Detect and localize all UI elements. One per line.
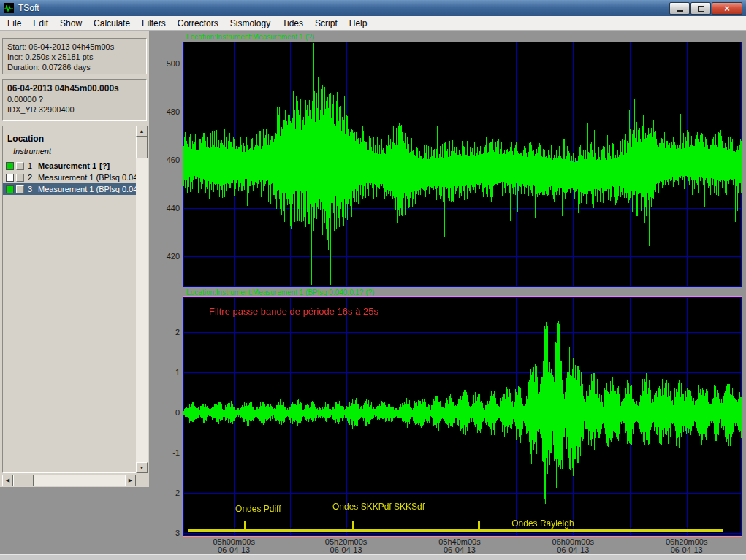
- channel-list: Location Instrument 1Measurement 1[?]2Me…: [2, 126, 148, 473]
- window-controls: ×: [669, 2, 742, 15]
- maximize-icon: [698, 6, 704, 12]
- phase-annotation: Ondes Pdiff: [235, 504, 281, 514]
- x-axis-tick-label: 05h40m00s06-04-13: [427, 538, 492, 554]
- status-strip: [0, 554, 746, 560]
- plot2-title: Location:Instrument:Measurement 1 (BPlsq…: [186, 288, 374, 296]
- menu-filters[interactable]: Filters: [136, 17, 172, 30]
- sidebar: Start: 06-04-2013 04h45m00s Incr: 0.250s…: [0, 31, 149, 487]
- y-axis-tick-label: 500: [153, 59, 180, 68]
- scroll-right-icon[interactable]: ▶: [125, 475, 136, 486]
- menu-file[interactable]: File: [1, 17, 27, 30]
- y-axis-tick-label: 440: [153, 204, 180, 212]
- menu-sismology[interactable]: Sismology: [224, 17, 276, 30]
- channel-checkbox[interactable]: [16, 162, 24, 170]
- channel-number: 2: [28, 173, 35, 182]
- channel-color-swatch[interactable]: [6, 174, 14, 182]
- channel-checkbox[interactable]: [16, 174, 24, 182]
- plot1-title: Location:Instrument:Measurement 1 (?): [186, 33, 314, 41]
- cursor-info-box: 06-04-2013 04h45m00.000s 0.00000 ? IDX_Y…: [2, 79, 147, 121]
- horizontal-scroll-track[interactable]: [34, 475, 125, 486]
- horizontal-scroll-thumb[interactable]: [13, 475, 34, 486]
- channel-row-1[interactable]: 1Measurement 1[?]: [3, 160, 136, 172]
- x-axis-tick-label: 06h20m00s06-04-13: [654, 538, 720, 554]
- vertical-scroll-thumb[interactable]: [136, 137, 148, 158]
- y-axis-tick-label: 2: [153, 328, 180, 337]
- channel-row-3[interactable]: 3Measurement 1 (BPlsq 0.040: [3, 183, 136, 195]
- menu-calculate[interactable]: Calculate: [88, 17, 136, 30]
- cursor-value: 0.00000 ?: [7, 94, 142, 104]
- series-info-box: Start: 06-04-2013 04h45m00s Incr: 0.250s…: [2, 38, 147, 74]
- instrument-label: Instrument: [13, 147, 147, 156]
- filter-annotation: Filtre passe bande de période 16s à 25s: [209, 306, 378, 317]
- channel-label: Measurement 1 (BPlsq 0.040: [38, 185, 136, 193]
- series-start: Start: 06-04-2013 04h45m00s: [7, 42, 142, 52]
- series-increment: Incr: 0.250s x 25181 pts: [7, 52, 142, 62]
- close-icon: ×: [724, 4, 730, 13]
- channel-label: Measurement 1: [38, 161, 96, 170]
- seismogram-plot-filtered-frame: Filtre passe bande de période 16s à 25s …: [183, 296, 742, 537]
- titlebar[interactable]: TSoft ×: [0, 0, 746, 16]
- menu-tides[interactable]: Tides: [276, 17, 309, 30]
- horizontal-scrollbar[interactable]: ◀ ▶: [2, 475, 136, 486]
- channel-row-2[interactable]: 2Measurement 1 (BPlsq 0.040: [3, 172, 136, 183]
- scroll-left-icon[interactable]: ◀: [2, 475, 13, 486]
- scroll-up-icon[interactable]: ▲: [136, 126, 148, 137]
- channel-color-swatch[interactable]: [6, 185, 14, 193]
- minimize-button[interactable]: [669, 2, 690, 15]
- channel-help-badge[interactable]: [?]: [99, 161, 110, 170]
- cursor-index: IDX_YR 32900400: [7, 104, 142, 115]
- y-axis-tick-label: 420: [153, 252, 180, 261]
- x-axis-tick-label: 05h20m00s06-04-13: [313, 538, 379, 554]
- maximize-button[interactable]: [690, 2, 711, 15]
- tsoft-window: TSoft × FileEditShowCalculateFiltersCorr…: [0, 0, 746, 560]
- channel-checkbox[interactable]: [16, 185, 24, 193]
- channel-number: 1: [28, 161, 35, 170]
- y-axis-tick-label: -1: [153, 448, 180, 457]
- menu-script[interactable]: Script: [309, 17, 343, 30]
- seismogram-plot-raw[interactable]: [183, 42, 742, 287]
- x-axis-tick-label: 05h00m00s06-04-13: [201, 538, 267, 554]
- y-axis-tick-label: -3: [153, 529, 180, 537]
- menu-correctors[interactable]: Correctors: [172, 17, 224, 30]
- location-group-label: Location: [7, 134, 147, 144]
- scrollbar-corner: [136, 475, 148, 486]
- minimize-icon: [677, 10, 683, 12]
- scroll-down-icon[interactable]: ▼: [136, 462, 148, 473]
- phase-annotation: Ondes Rayleigh: [511, 518, 574, 529]
- channel-color-swatch[interactable]: [6, 162, 14, 170]
- y-axis-tick-label: 1: [153, 368, 180, 377]
- phase-annotation: Ondes SKKPdf SKKSdf: [332, 502, 425, 512]
- y-axis-tick-label: 480: [153, 107, 180, 116]
- app-icon: [4, 3, 14, 13]
- x-axis-tick-label: 06h00m00s06-04-13: [540, 538, 606, 554]
- series-duration: Duration: 0.07286 days: [7, 62, 142, 72]
- window-title: TSoft: [18, 3, 39, 13]
- channel-number: 3: [28, 185, 35, 193]
- vertical-scrollbar[interactable]: ▲ ▼: [136, 126, 148, 473]
- menu-edit[interactable]: Edit: [27, 17, 54, 30]
- menubar: FileEditShowCalculateFiltersCorrectorsSi…: [0, 16, 746, 31]
- y-axis-tick-label: 0: [153, 408, 180, 417]
- seismogram-plot-filtered[interactable]: [183, 297, 742, 536]
- y-axis-tick-label: -2: [153, 488, 180, 497]
- cursor-datetime: 06-04-2013 04h45m00.000s: [7, 83, 142, 94]
- menu-show[interactable]: Show: [54, 17, 88, 30]
- channel-label: Measurement 1 (BPlsq 0.040: [38, 173, 136, 182]
- menu-help[interactable]: Help: [343, 17, 373, 30]
- close-button[interactable]: ×: [712, 2, 742, 15]
- y-axis-tick-label: 460: [153, 156, 180, 164]
